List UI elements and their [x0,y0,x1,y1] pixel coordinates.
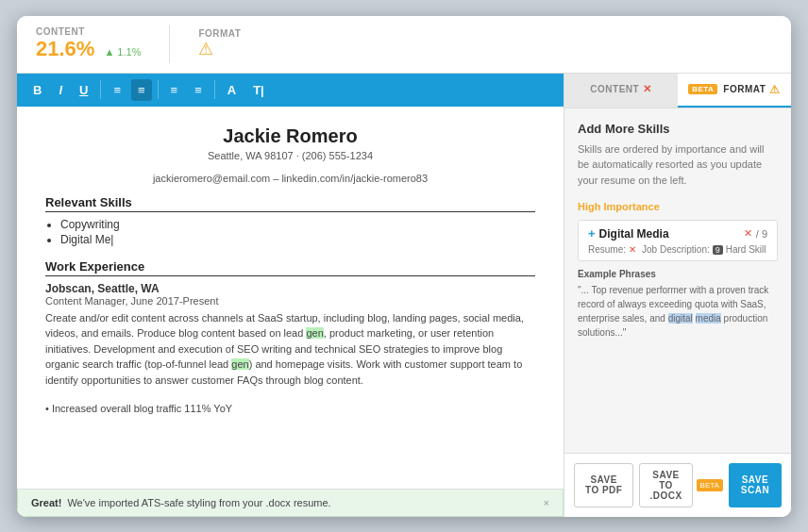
content-change: ▲ 1.1% [104,46,141,58]
font-color-button[interactable]: A [221,79,243,101]
save-scan-button[interactable]: SAVE SCAN [729,463,782,507]
skills-section-title: Relevant Skills [45,195,535,212]
tab-beta-badge: BETA [688,84,717,94]
content-metric: CONTENT 21.6% ▲ 1.1% [36,26,141,61]
work-section: Work Experience Jobscan, Seattle, WA Con… [45,259,535,389]
tab-format[interactable]: BETA FORMAT ⚠ [678,74,791,108]
save-docx-wrapper: SAVE TO .DOCX BETA [639,463,722,507]
action-bar: SAVE TO PDF SAVE TO .DOCX BETA SAVE SCAN [564,453,791,517]
align-center-button[interactable]: ≡ [188,79,209,101]
toolbar-separator-3 [214,80,215,99]
italic-button[interactable]: I [52,79,69,101]
skill-item-2: Digital Me| [60,233,535,246]
format-extra-button[interactable]: T| [246,79,271,101]
toolbar-separator-1 [100,80,101,99]
resume-contact-2: jackieromero@email.com – linkedin.com/in… [45,173,535,184]
format-label: FORMAT [198,28,241,39]
resume-content-area[interactable]: Jackie Romero Seattle, WA 98107 · (206) … [17,107,564,489]
formatting-toolbar: B I U ≡ ≡ ≡ ≡ A T| [17,74,564,107]
skill-resume-x-icon: ✕ [629,244,636,255]
tab-format-label: FORMAT [723,84,766,94]
high-importance-label: High Importance [578,201,778,212]
resume-bullet-item: • Increased overall blog traffic 111% Yo… [45,401,535,417]
skill-remove-icon[interactable]: ✕ [744,227,752,240]
toast-bold: Great! [31,497,61,508]
toast-close-button[interactable]: × [544,497,549,508]
content-label: CONTENT [36,26,85,37]
right-panel: CONTENT ✕ BETA FORMAT ⚠ Add More Skills … [564,74,791,517]
skill-score: / 9 [756,228,767,240]
resume-contact-1: Seattle, WA 98107 · (206) 555-1234 [45,150,535,161]
skill-item-1: Copywriting [60,218,535,231]
skill-type: Hard Skill [726,244,766,255]
format-warning-icon: ⚠ [198,39,213,59]
toolbar-separator-2 [158,80,159,99]
docx-beta-badge: BETA [697,479,723,491]
align-left-button[interactable]: ≡ [164,79,185,101]
job-company: Jobscan, Seattle, WA [45,282,535,295]
right-tabs: CONTENT ✕ BETA FORMAT ⚠ [564,74,791,108]
skill-resume-label: Resume: [588,244,626,255]
main-area: B I U ≡ ≡ ≡ ≡ A T| Jackie Romero Seattle… [17,74,791,517]
tab-content[interactable]: CONTENT ✕ [564,74,678,108]
tab-format-warning-icon: ⚠ [769,83,781,96]
save-to-docx-button[interactable]: SAVE TO .DOCX [639,463,692,507]
skill-resume-meta: Resume: ✕ [588,244,636,255]
tab-content-label: CONTENT [590,84,639,94]
job-title-date: Content Manager, June 2017-Present [45,295,535,307]
skill-header: + Digital Media ✕ / 9 [588,226,767,241]
tab-content-close-icon: ✕ [643,83,652,95]
skill-meta: Resume: ✕ Job Description: 9 Hard Skill [588,244,767,255]
example-phrases-text: "... Top revenue performer with a proven… [578,283,778,340]
toast-message: We've imported ATS-safe styling from you… [67,497,330,508]
app-container: CONTENT 21.6% ▲ 1.1% FORMAT ⚠ B I U ≡ ≡ [17,16,791,517]
toast-notification: Great! We've imported ATS-safe styling f… [17,489,564,517]
skill-jd-label: Job Description: [642,244,710,255]
job-description: Create and/or edit content across channe… [45,310,535,389]
skills-description: Skills are ordered by importance and wil… [578,141,778,189]
skill-name: Digital Media [599,227,740,241]
skills-section: Relevant Skills Copywriting Digital Me| [45,195,535,246]
resume-name: Jackie Romero [45,125,535,147]
list-ordered-button[interactable]: ≡ [131,79,152,101]
skill-jd-val: 9 [713,245,723,255]
example-phrases-label: Example Phrases [578,269,778,279]
skills-list: Copywriting Digital Me| [60,218,535,246]
metric-divider [169,25,170,63]
right-content-area: Add More Skills Skills are ordered by im… [564,108,791,453]
save-to-pdf-button[interactable]: SAVE TO PDF [574,463,633,507]
metrics-bar: CONTENT 21.6% ▲ 1.1% FORMAT ⚠ [17,16,791,74]
add-skills-title: Add More Skills [578,122,778,136]
list-unordered-button[interactable]: ≡ [107,79,127,101]
content-value: 21.6% [36,37,94,61]
resume-panel: B I U ≡ ≡ ≡ ≡ A T| Jackie Romero Seattle… [17,74,564,517]
bold-button[interactable]: B [26,79,48,101]
skill-add-icon[interactable]: + [588,226,596,241]
skill-jd-meta: Job Description: 9 Hard Skill [642,244,766,255]
work-section-title: Work Experience [45,259,535,276]
skill-digital-media: + Digital Media ✕ / 9 Resume: ✕ Job Desc… [578,220,778,261]
underline-button[interactable]: U [73,79,94,101]
format-metric: FORMAT ⚠ [198,28,241,59]
